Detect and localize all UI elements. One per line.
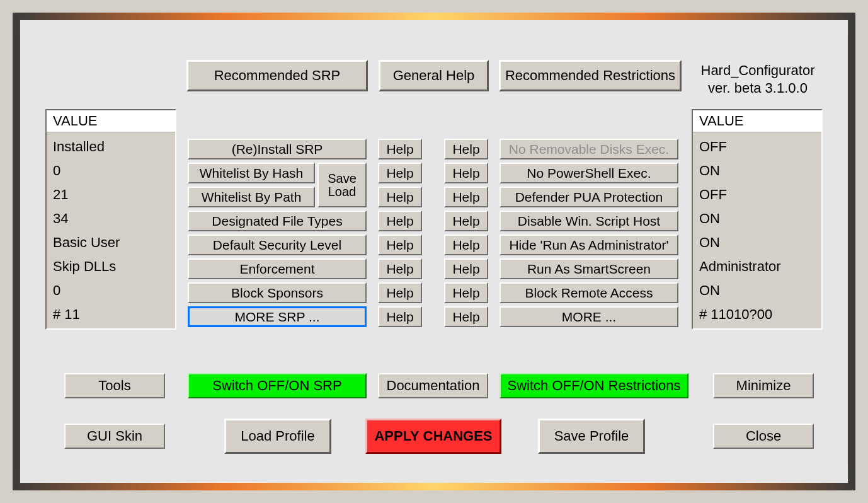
disable-wsh-button[interactable]: Disable Win. Script Host — [500, 211, 678, 231]
list-item: # 11 — [53, 303, 169, 327]
app-title: Hard_Configurator ver. beta 3.1.0.0 — [692, 62, 824, 96]
list-item: Installed — [53, 135, 169, 159]
help-button[interactable]: Help — [378, 163, 422, 183]
more-restrictions-button[interactable]: MORE ... — [500, 306, 678, 327]
help-button[interactable]: Help — [378, 234, 422, 255]
documentation-button[interactable]: Documentation — [378, 373, 488, 398]
designated-file-types-button[interactable]: Designated File Types — [188, 211, 367, 231]
whitelist-by-path-button[interactable]: Whitelist By Path — [188, 187, 315, 207]
list-item: ON — [699, 207, 815, 231]
no-powershell-button[interactable]: No PowerShell Exec. — [500, 163, 678, 183]
more-srp-button[interactable]: MORE SRP ... — [188, 306, 367, 327]
list-item: 0 — [53, 159, 169, 183]
help-button[interactable]: Help — [378, 139, 422, 159]
default-security-level-button[interactable]: Default Security Level — [188, 234, 367, 255]
help-button[interactable]: Help — [444, 139, 488, 159]
general-help-button[interactable]: General Help — [379, 60, 489, 91]
list-item: # 11010?00 — [699, 303, 815, 327]
help-button[interactable]: Help — [444, 282, 488, 303]
recommended-restrictions-button[interactable]: Recommended Restrictions — [499, 60, 682, 91]
block-remote-access-button[interactable]: Block Remote Access — [500, 282, 678, 303]
no-removable-disks-button[interactable]: No Removable Disks Exec. — [500, 139, 678, 159]
app-version-label: ver. beta 3.1.0.0 — [692, 79, 824, 97]
list-item: OFF — [699, 135, 815, 159]
list-item: 34 — [53, 207, 169, 231]
tools-button[interactable]: Tools — [64, 373, 165, 398]
list-item: Skip DLLs — [53, 255, 169, 279]
switch-srp-toggle-button[interactable]: Switch OFF/ON SRP — [188, 373, 367, 398]
list-item: Basic User — [53, 231, 169, 255]
hide-runas-admin-button[interactable]: Hide 'Run As Administrator' — [500, 234, 678, 255]
list-item: 0 — [53, 279, 169, 303]
list-item: ON — [699, 159, 815, 183]
list-item: ON — [699, 231, 815, 255]
help-button[interactable]: Help — [378, 282, 422, 303]
left-value-header: VALUE — [47, 110, 175, 132]
help-button[interactable]: Help — [444, 234, 488, 255]
list-item: OFF — [699, 183, 815, 207]
list-item: 21 — [53, 183, 169, 207]
reinstall-srp-button[interactable]: (Re)Install SRP — [188, 139, 367, 159]
defender-pua-button[interactable]: Defender PUA Protection — [500, 187, 678, 207]
help-button[interactable]: Help — [444, 187, 488, 207]
save-profile-button[interactable]: Save Profile — [538, 419, 645, 454]
list-item: Administrator — [699, 255, 815, 279]
right-value-header: VALUE — [693, 110, 821, 132]
help-button[interactable]: Help — [444, 306, 488, 327]
list-item: ON — [699, 279, 815, 303]
app-name-label: Hard_Configurator — [692, 62, 824, 79]
run-as-smartscreen-button[interactable]: Run As SmartScreen — [500, 258, 678, 279]
right-value-list: VALUE OFF ON OFF ON ON Administrator ON … — [692, 109, 823, 330]
close-button[interactable]: Close — [713, 424, 814, 449]
help-button[interactable]: Help — [378, 258, 422, 279]
switch-restrictions-toggle-button[interactable]: Switch OFF/ON Restrictions — [500, 373, 688, 398]
enforcement-button[interactable]: Enforcement — [188, 258, 367, 279]
save-load-button[interactable]: Save Load — [317, 163, 367, 207]
help-button[interactable]: Help — [378, 211, 422, 231]
minimize-button[interactable]: Minimize — [713, 373, 814, 398]
block-sponsors-button[interactable]: Block Sponsors — [188, 282, 367, 303]
gui-skin-button[interactable]: GUI Skin — [64, 424, 165, 449]
help-button[interactable]: Help — [444, 211, 488, 231]
recommended-srp-button[interactable]: Recommended SRP — [186, 60, 368, 91]
help-button[interactable]: Help — [378, 187, 422, 207]
apply-changes-button[interactable]: APPLY CHANGES — [365, 419, 501, 454]
whitelist-by-hash-button[interactable]: Whitelist By Hash — [188, 163, 315, 183]
left-value-list: VALUE Installed 0 21 34 Basic User Skip … — [45, 109, 176, 330]
help-button[interactable]: Help — [378, 306, 422, 327]
help-button[interactable]: Help — [444, 163, 488, 183]
help-button[interactable]: Help — [444, 258, 488, 279]
load-profile-button[interactable]: Load Profile — [224, 419, 331, 454]
